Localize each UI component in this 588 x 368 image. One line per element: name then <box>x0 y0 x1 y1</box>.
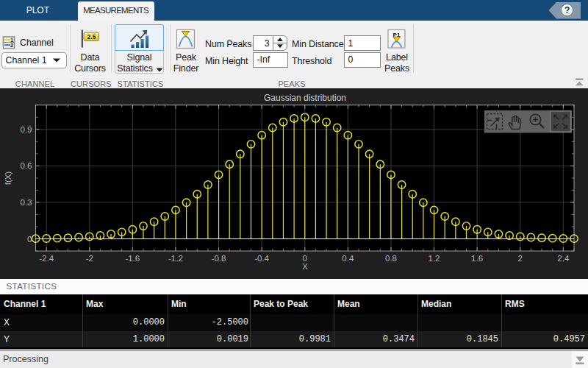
svg-text:-1.6: -1.6 <box>125 254 140 263</box>
svg-text:X: X <box>302 262 308 271</box>
svg-text:0.9: 0.9 <box>21 125 32 134</box>
svg-text:Gaussian distribution: Gaussian distribution <box>264 93 346 103</box>
svg-text:-0.4: -0.4 <box>254 254 269 263</box>
svg-text:-0.8: -0.8 <box>212 254 226 263</box>
svg-text:1.6: 1.6 <box>471 254 483 263</box>
svg-text:2: 2 <box>518 254 523 263</box>
svg-text:0: 0 <box>303 254 307 263</box>
svg-text:?: ? <box>564 5 570 15</box>
svg-text:1.2: 1.2 <box>429 254 440 263</box>
svg-text:-2: -2 <box>86 254 93 263</box>
svg-text:f(X): f(X) <box>4 171 12 185</box>
svg-text:-2.4: -2.4 <box>39 254 54 263</box>
svg-text:2.4: 2.4 <box>557 254 570 263</box>
svg-text:2: 2 <box>10 42 13 49</box>
svg-text:0.8: 0.8 <box>385 254 397 263</box>
svg-text:0.4: 0.4 <box>342 254 354 263</box>
svg-text:2.5: 2.5 <box>87 33 96 40</box>
svg-text:-1.2: -1.2 <box>168 254 183 263</box>
svg-text:0.3: 0.3 <box>21 198 32 207</box>
svg-text:0.6: 0.6 <box>21 161 32 170</box>
svg-text:0: 0 <box>27 235 32 244</box>
